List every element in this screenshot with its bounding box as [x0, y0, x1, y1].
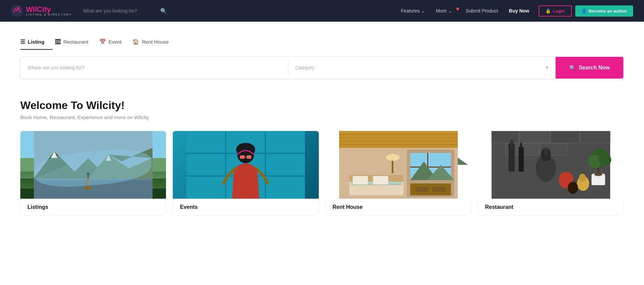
nav-submit-product[interactable]: Submit Product [460, 8, 504, 14]
main-content: ☰ Listing 🆍 Restaurant 📅 Event 🏠 Rent Ho… [0, 22, 644, 229]
search-tabs: ☰ Listing 🆍 Restaurant 📅 Event 🏠 Rent Ho… [20, 35, 624, 50]
welcome-subtitle: Book Home, Restaurant, Experience and mo… [20, 114, 624, 120]
svg-rect-48 [415, 187, 429, 192]
become-author-button[interactable]: 👤 Become an author [575, 5, 633, 17]
tab-rent-house-label: Rent House [142, 39, 169, 45]
tab-event-label: Event [109, 39, 122, 45]
events-label: Events [173, 199, 318, 216]
svg-rect-49 [432, 187, 446, 192]
restaurant-icon: 🆍 [55, 39, 61, 45]
svg-rect-56 [550, 131, 579, 143]
svg-rect-44 [410, 167, 451, 168]
svg-point-79 [594, 173, 602, 176]
svg-point-77 [599, 154, 611, 166]
category-dropdown[interactable]: Category ▼ [288, 57, 556, 79]
nav-more[interactable]: More ⌄ [431, 8, 458, 14]
events-image [173, 131, 318, 199]
logo[interactable]: WilCity LISTING & DIRECTORY [11, 5, 72, 17]
svg-rect-55 [519, 131, 550, 143]
svg-rect-39 [353, 176, 368, 184]
svg-point-21 [236, 143, 255, 156]
tab-listing-label: Listing [28, 39, 44, 45]
tab-rent-house[interactable]: 🏠 Rent House [132, 35, 177, 50]
search-button-icon: 🔍 [569, 65, 576, 71]
navbar: WilCity LISTING & DIRECTORY 🔍 Features ⌄… [0, 0, 644, 22]
svg-rect-14 [87, 175, 89, 178]
category-card-renthouse[interactable]: Rent House [326, 131, 471, 216]
tab-event[interactable]: 📅 Event [99, 35, 130, 50]
svg-rect-54 [492, 131, 519, 143]
svg-point-72 [568, 182, 578, 194]
nav-notification-dot [456, 7, 459, 10]
svg-rect-62 [510, 139, 513, 146]
listings-label: Listings [20, 199, 166, 216]
category-chevron-icon: ▼ [545, 65, 549, 70]
welcome-section: Welcome To Wilcity! Book Home, Restauran… [20, 99, 624, 216]
svg-point-51 [386, 154, 399, 161]
svg-point-71 [579, 174, 586, 182]
svg-rect-65 [520, 143, 522, 149]
navbar-search-input[interactable] [83, 8, 158, 14]
svg-marker-8 [106, 155, 111, 161]
search-button-label: Search Now [579, 65, 610, 71]
category-card-restaurant[interactable]: Restaurant [478, 131, 624, 216]
svg-marker-5 [88, 155, 152, 178]
restaurant-image [478, 131, 624, 199]
svg-rect-29 [339, 131, 458, 148]
svg-rect-23 [247, 155, 251, 159]
tab-restaurant[interactable]: 🆍 Restaurant [55, 35, 96, 50]
category-card-listings[interactable]: Listings [20, 131, 166, 216]
search-now-button[interactable]: 🔍 Search Now [556, 57, 623, 79]
logo-tagline: LISTING & DIRECTORY [26, 13, 72, 16]
navbar-search-form: 🔍 [83, 8, 396, 14]
svg-rect-22 [240, 155, 245, 159]
svg-rect-68 [544, 148, 547, 155]
svg-rect-40 [373, 176, 388, 184]
svg-rect-63 [519, 148, 524, 172]
tab-restaurant-label: Restaurant [63, 39, 88, 45]
renthouse-label: Rent House [326, 199, 471, 216]
restaurant-label: Restaurant [478, 199, 624, 216]
category-card-events[interactable]: Events [173, 131, 318, 216]
svg-rect-12 [83, 188, 93, 189]
event-icon: 📅 [99, 39, 106, 45]
listings-image [20, 131, 166, 199]
login-button[interactable]: 🔒 Login [539, 5, 572, 17]
svg-rect-57 [580, 131, 610, 143]
svg-rect-60 [508, 145, 515, 172]
location-input[interactable] [21, 57, 288, 79]
logo-name: WilCity [26, 6, 72, 13]
category-label: Category [295, 65, 314, 70]
search-box: Category ▼ 🔍 Search Now [20, 57, 624, 79]
svg-point-13 [87, 172, 89, 175]
renthouse-image [326, 131, 471, 199]
listing-icon: ☰ [20, 39, 25, 45]
main-nav: Features ⌄ More ⌄ Submit Product Buy Now… [395, 5, 633, 17]
house-icon: 🏠 [132, 39, 139, 45]
navbar-search-icon: 🔍 [160, 8, 167, 14]
nav-buy-now[interactable]: Buy Now [503, 8, 535, 14]
welcome-title: Welcome To Wilcity! [20, 99, 624, 112]
svg-rect-11 [86, 175, 89, 189]
category-grid: Listings [20, 131, 624, 216]
tab-listing[interactable]: ☰ Listing [20, 35, 53, 50]
svg-rect-10 [34, 180, 152, 199]
nav-features[interactable]: Features ⌄ [395, 8, 430, 14]
